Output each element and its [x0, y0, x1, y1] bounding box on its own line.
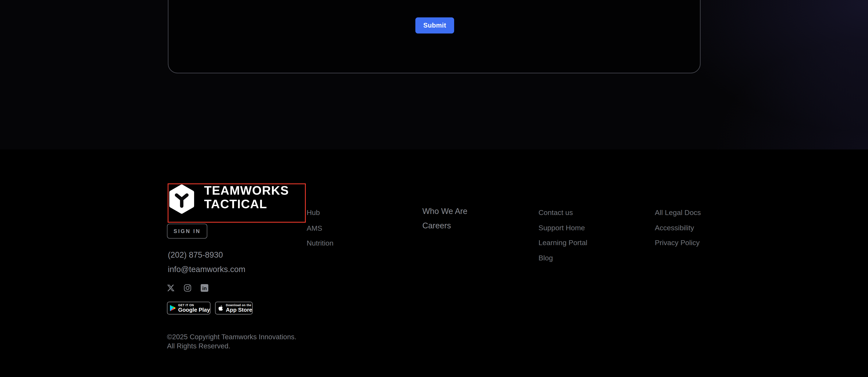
nav-link-careers[interactable]: Careers: [422, 222, 451, 230]
form-card: Submit: [168, 0, 701, 74]
linkedin-icon: in: [201, 284, 208, 292]
phone-link[interactable]: (202) 875-8930: [168, 251, 223, 259]
app-store-store-name: App Store: [226, 307, 252, 313]
store-badges: GET IT ON Google Play Download on the Ap…: [167, 302, 253, 315]
brand-name: TEAMWORKS TACTICAL: [204, 184, 289, 211]
nav-link-accessibility[interactable]: Accessibility: [655, 224, 694, 231]
copyright-line2: All Rights Reserved.: [167, 341, 297, 350]
copyright: ©2025 Copyright Teamworks Innovations. A…: [167, 332, 297, 350]
nav-link-support-home[interactable]: Support Home: [538, 224, 585, 231]
google-play-badge[interactable]: GET IT ON Google Play: [167, 302, 211, 315]
nav-link-contact-us[interactable]: Contact us: [538, 209, 573, 216]
brand-logo-link[interactable]: TEAMWORKS TACTICAL: [168, 184, 304, 222]
sign-in-button[interactable]: SIGN IN: [167, 224, 207, 238]
nav-link-all-legal-docs[interactable]: All Legal Docs: [655, 209, 701, 216]
social-links: in: [167, 284, 208, 292]
nav-link-privacy-policy[interactable]: Privacy Policy: [655, 239, 700, 246]
app-store-tagline: Download on the: [226, 303, 252, 307]
copyright-line1: ©2025 Copyright Teamworks Innovations.: [167, 332, 297, 341]
footer: TEAMWORKS TACTICAL SIGN IN (202) 875-893…: [0, 149, 868, 377]
top-section: Submit: [0, 0, 868, 149]
page: Submit TEAMWORKS TACTICAL SIGN IN (202) …: [0, 0, 868, 377]
email-link[interactable]: info@teamworks.com: [168, 265, 245, 273]
submit-button[interactable]: Submit: [415, 18, 454, 33]
social-link-x[interactable]: [167, 284, 175, 292]
apple-icon: [218, 304, 223, 312]
google-play-triangle-icon: [170, 304, 176, 312]
google-play-tagline: GET IT ON: [178, 303, 210, 307]
hexagon-y-logo-icon: [168, 184, 195, 214]
nav-link-learning-portal[interactable]: Learning Portal: [538, 239, 587, 246]
social-link-linkedin[interactable]: in: [201, 284, 208, 292]
nav-link-who-we-are[interactable]: Who We Are: [422, 207, 467, 215]
instagram-icon: [184, 284, 191, 292]
nav-link-hub[interactable]: Hub: [307, 209, 320, 216]
google-play-store-name: Google Play: [178, 307, 210, 313]
nav-link-blog[interactable]: Blog: [538, 254, 553, 261]
nav-link-nutrition[interactable]: Nutrition: [307, 239, 334, 246]
social-link-instagram[interactable]: [184, 284, 191, 292]
nav-link-ams[interactable]: AMS: [307, 225, 322, 232]
svg-text:in: in: [202, 285, 207, 291]
brand-name-line1: TEAMWORKS: [204, 184, 289, 197]
x-icon: [167, 284, 175, 292]
app-store-badge[interactable]: Download on the App Store: [215, 302, 253, 315]
brand-name-line2: TACTICAL: [204, 197, 289, 211]
